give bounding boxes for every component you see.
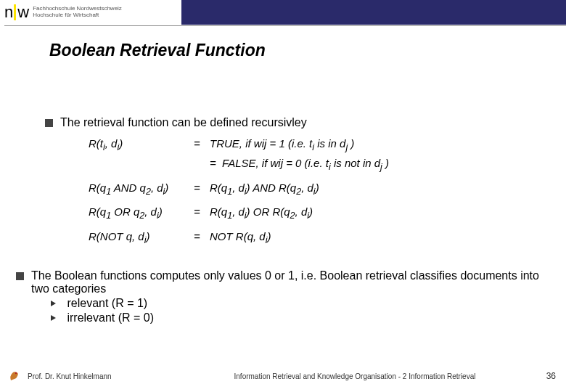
def2-rhs: R(q1, di) AND R(q2, di) [210,179,544,199]
arrow-icon [51,314,58,322]
sub-bullet-irrelevant: irrelevant (R = 0) [51,311,544,324]
def1-lhs: R(ti, di) [89,135,194,175]
slide-title: Boolean Retrieval Function [49,41,266,60]
institution-logo: n w Fachhochschule Nordwestschweiz Hochs… [4,3,122,22]
definition-block: R(ti, di) = TRUE, if wij = 1 (i.e. ti is… [89,135,544,248]
bullet-intro-text: The retrieval function can be defined re… [60,116,307,129]
footer-author: Prof. Dr. Knut Hinkelmann [28,372,173,380]
bullet-square-icon [45,119,53,127]
svg-point-0 [15,372,17,374]
def1-rhs: TRUE, if wij = 1 (i.e. ti is in dj )= FA… [210,135,544,175]
def-row-4: R(NOT q, di) = NOT R(q, di) [89,228,544,248]
eq-sign: = [194,179,210,199]
eq-sign: = [194,135,210,175]
logo-letter-w: w [17,3,28,22]
def2-lhs: R(q1 AND q2, di) [89,179,194,199]
bullet-square-icon [16,272,24,280]
sub-irrelevant-text: irrelevant (R = 0) [67,311,154,324]
slide-footer: Prof. Dr. Knut Hinkelmann Information Re… [0,369,566,383]
header-divider [4,25,566,26]
logo-yellow-bar [14,4,16,20]
def-row-2: R(q1 AND q2, di) = R(q1, di) AND R(q2, d… [89,179,544,199]
def4-lhs: R(NOT q, di) [89,228,194,248]
bullet-intro: The retrieval function can be defined re… [45,116,544,129]
bullet-conclusion: The Boolean functions computes only valu… [16,269,544,295]
def-row-3: R(q1 OR q2, di) = R(q1, di) OR R(q2, di) [89,203,544,223]
def3-lhs: R(q1 OR q2, di) [89,203,194,223]
footer-page-number: 36 [537,371,566,381]
eq-sign: = [194,203,210,223]
def3-rhs: R(q1, di) OR R(q2, di) [210,203,544,223]
def4-rhs: NOT R(q, di) [210,228,544,248]
slide-header: n w Fachhochschule Nordwestschweiz Hochs… [0,0,566,29]
logo-letter-n: n [4,3,12,22]
header-blue-block [181,0,566,25]
logo-line2: Hochschule für Wirtschaft [33,12,122,19]
sub-bullet-relevant: relevant (R = 1) [51,297,544,310]
rooster-icon [7,369,22,383]
bullet-conclusion-text: The Boolean functions computes only valu… [31,269,544,295]
sub-relevant-text: relevant (R = 1) [67,297,147,309]
logo-subtitle: Fachhochschule Nordwestschweiz Hochschul… [33,6,122,19]
slide-content: The retrieval function can be defined re… [45,116,544,324]
arrow-icon [51,300,58,307]
bullet-conclusion-block: The Boolean functions computes only valu… [16,269,544,324]
eq-sign: = [194,228,210,248]
def-row-1: R(ti, di) = TRUE, if wij = 1 (i.e. ti is… [89,135,544,175]
footer-course: Information Retrieval and Knowledge Orga… [173,372,537,380]
